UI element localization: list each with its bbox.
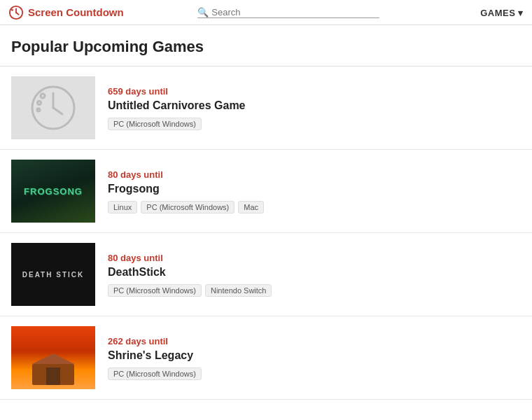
games-nav-button[interactable]: GAMES ▾ (480, 8, 524, 18)
svg-line-6 (53, 108, 62, 114)
game-title: Untitled Carnivores Game (108, 99, 521, 112)
days-until: 80 days until (108, 169, 521, 180)
svg-point-7 (41, 94, 45, 98)
svg-rect-12 (46, 368, 60, 385)
days-until: 659 days until (108, 86, 521, 97)
page-title-area: Popular Upcoming Games (0, 25, 532, 66)
svg-line-2 (16, 13, 19, 15)
days-until: 80 days until (108, 253, 521, 263)
svg-point-9 (37, 108, 40, 111)
platform-tags: PC (Microsoft Windows) (108, 368, 521, 380)
game-info: 659 days until Untitled Carnivores Game … (108, 86, 521, 130)
platform-tags: PC (Microsoft Windows) (108, 118, 521, 130)
platform-tags: PC (Microsoft Windows) Nintendo Switch (108, 284, 521, 297)
platform-tag: Linux (108, 201, 137, 214)
game-title: Shrine's Legacy (108, 349, 521, 362)
platform-tag: PC (Microsoft Windows) (141, 201, 234, 214)
game-info: 80 days until Frogsong Linux PC (Microso… (108, 169, 521, 214)
game-info: 80 days until DeathStick PC (Microsoft W… (108, 253, 521, 297)
game-thumbnail: DEATH STICK (11, 243, 95, 306)
site-header: Screen Countdown 🔍 GAMES ▾ (0, 0, 532, 25)
game-thumbnail (11, 76, 95, 139)
clock-icon (29, 83, 78, 132)
search-container: 🔍 (124, 7, 454, 18)
shrine-decoration (25, 350, 81, 385)
table-row[interactable]: 659 days until Untitled Carnivores Game … (0, 66, 532, 150)
platform-tag: Mac (238, 201, 264, 214)
game-thumbnail: FROGSONG (11, 160, 95, 223)
search-icon: 🔍 (197, 7, 209, 18)
logo-text: Screen Countdown (28, 6, 124, 18)
platform-tag: PC (Microsoft Windows) (108, 284, 202, 297)
platform-tag: PC (Microsoft Windows) (108, 368, 202, 380)
platform-tag: PC (Microsoft Windows) (108, 118, 202, 130)
logo-link[interactable]: Screen Countdown (8, 5, 124, 20)
platform-tag: Nintendo Switch (205, 284, 272, 297)
logo-icon (8, 5, 24, 20)
svg-point-8 (38, 102, 41, 105)
game-title: DeathStick (108, 266, 521, 279)
game-title: Frogsong (108, 183, 521, 195)
page-title: Popular Upcoming Games (11, 38, 521, 56)
game-thumbnail (11, 326, 95, 389)
game-info: 262 days until Shrine's Legacy PC (Micro… (108, 336, 521, 380)
game-list: 659 days until Untitled Carnivores Game … (0, 66, 532, 400)
table-row[interactable]: FROGSONG 80 days until Frogsong Linux PC… (0, 150, 532, 233)
table-row[interactable]: DEATH STICK 80 days until DeathStick PC … (0, 233, 532, 316)
days-until: 262 days until (108, 336, 521, 346)
nav-area: GAMES ▾ (454, 7, 524, 18)
search-input[interactable] (211, 7, 379, 18)
svg-point-3 (11, 8, 13, 10)
svg-marker-11 (32, 354, 74, 364)
search-wrapper: 🔍 (197, 7, 379, 18)
platform-tags: Linux PC (Microsoft Windows) Mac (108, 201, 521, 214)
table-row[interactable]: 262 days until Shrine's Legacy PC (Micro… (0, 316, 532, 400)
